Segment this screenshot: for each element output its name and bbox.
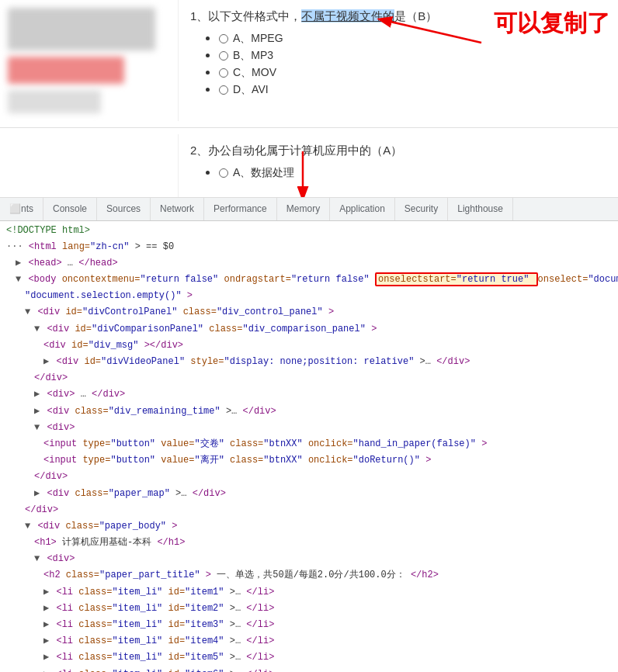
tab-security-label: Security (404, 203, 438, 214)
onselectstart-highlight: onselectstart="return true" (375, 272, 538, 286)
div-video-line: ▶ <div id="divVideoPanel" style="display… (0, 354, 618, 370)
tab-memory[interactable]: Memory (277, 198, 330, 220)
choice-a: A、MPEG (206, 32, 606, 46)
div-open-2-line: ▼ <div> (0, 551, 618, 567)
doctype-line: <!DOCTYPE html> (0, 223, 618, 239)
question-2-block: 2、办公自动化属于计算机应用中的（A） A、数据处理 (190, 142, 606, 180)
bullet-icon (206, 54, 210, 57)
div-control-line: ▼ <div id="divControlPanel" class="div_c… (0, 304, 618, 320)
h1-line: <h1> 计算机应用基础-本科 </h1> (0, 535, 618, 551)
body-open-line: ▼ <body oncontextmenu="return false" ond… (0, 272, 618, 288)
question-1-block: 1、以下文件格式中，不属于视频文件的是（B） A、MPEG B、MP3 (190, 8, 606, 97)
tab-elements[interactable]: ⬜ nts (0, 198, 43, 220)
doctype-text: <!DOCTYPE html> (6, 225, 90, 236)
blurred-image-2 (8, 57, 124, 84)
question-1-text: 1、以下文件格式中，不属于视频文件的是（B） (190, 8, 606, 26)
blurred-image-3 (8, 90, 101, 113)
h2-line: <h2 class="paper_part_title" > 一、单选，共50题… (0, 567, 618, 584)
radio-b (219, 51, 228, 61)
close-div-2: </div> (0, 469, 618, 485)
right-column: 1、以下文件格式中，不属于视频文件的是（B） A、MPEG B、MP3 (179, 0, 618, 121)
tab-elements-label: nts (21, 203, 33, 214)
bullet-icon (206, 71, 210, 74)
tab-lighthouse-label: Lighthouse (457, 203, 503, 214)
tab-network[interactable]: Network (151, 198, 204, 220)
div-msg-line: <div id="div_msg" ></div> (0, 338, 618, 354)
li-item-1: ▶ <li class="item_li" id="item1" >… </li… (0, 584, 618, 601)
tab-performance[interactable]: Performance (204, 198, 277, 220)
li-item-2: ▶ <li class="item_li" id="item2" >… </li… (0, 601, 618, 617)
head-line: ▶ <head> … </head> (0, 255, 618, 272)
top-section: 1、以下文件格式中，不属于视频文件的是（B） A、MPEG B、MP3 (0, 0, 618, 198)
input-likai-line: <input type="button" value="离开" class="b… (0, 452, 618, 469)
left-column-2 (0, 134, 179, 197)
div-paper-map-line: ▶ <div class="paper_map" >… </div> (0, 486, 618, 502)
body-attr2-line: "document.selection.empty()" > (0, 288, 618, 304)
question-divider (0, 127, 618, 128)
bullet-icon (206, 36, 210, 40)
left-column (0, 0, 179, 121)
tab-elements-icon: ⬜ (9, 203, 21, 214)
li-item-5: ▶ <li class="item_li" id="item5" >… </li… (0, 649, 618, 666)
question-2-text: 2、办公自动化属于计算机应用中的（A） (190, 142, 606, 160)
radio-2-a (219, 168, 228, 178)
tab-network-label: Network (160, 203, 194, 214)
tab-application-label: Application (339, 203, 385, 214)
bullet-icon (206, 88, 210, 92)
input-jiaojuan-line: <input type="button" value="交卷" class="b… (0, 436, 618, 452)
choice-d: D、AVI (206, 83, 606, 97)
li-item-4: ▶ <li class="item_li" id="item4" >… </li… (0, 633, 618, 649)
bullet-icon-2 (206, 171, 210, 175)
li-item-6: ▶ <li class="item_li" id="item6" >… </li… (0, 667, 618, 672)
content-row-2: 2、办公自动化属于计算机应用中的（A） A、数据处理 (0, 134, 618, 197)
html-line: ··· <html lang="zh-cn" > == $0 (0, 239, 618, 255)
close-div-3: </div> (0, 502, 618, 518)
tab-memory-label: Memory (286, 203, 320, 214)
radio-a (219, 34, 228, 43)
right-column-2: 2、办公自动化属于计算机应用中的（A） A、数据处理 (179, 134, 618, 197)
tab-console[interactable]: Console (43, 198, 97, 220)
div-open-line: ▼ <div> (0, 420, 618, 436)
choice-c: C、MOV (206, 66, 606, 80)
div-comparison-line: ▼ <div id="divComparisonPanel" class="di… (0, 321, 618, 338)
devtools-panel: <!DOCTYPE html> ··· <html lang="zh-cn" >… (0, 221, 618, 673)
tab-sources-label: Sources (106, 203, 141, 214)
tab-console-label: Console (53, 203, 87, 214)
tab-security[interactable]: Security (395, 198, 448, 220)
content-row: 1、以下文件格式中，不属于视频文件的是（B） A、MPEG B、MP3 (0, 0, 618, 121)
choice-b: B、MP3 (206, 49, 606, 63)
tab-sources[interactable]: Sources (97, 198, 151, 220)
choice-2-a: A、数据处理 (206, 166, 606, 180)
div-remaining-line: ▶ <div class="div_remaining_time" >… </d… (0, 404, 618, 420)
radio-d (219, 85, 228, 95)
question-2-choices: A、数据处理 (206, 166, 606, 180)
div-dots-1: ▶ <div> … </div> (0, 386, 618, 403)
tab-lighthouse[interactable]: Lighthouse (448, 198, 513, 220)
radio-c (219, 68, 228, 78)
question-1-highlight: 不属于视频文件的 (301, 9, 394, 23)
question-1-choices: A、MPEG B、MP3 C、MOV D (206, 32, 606, 97)
tab-application[interactable]: Application (330, 198, 395, 220)
tab-performance-label: Performance (214, 203, 267, 214)
li-item-3: ▶ <li class="item_li" id="item3" >… </li… (0, 617, 618, 633)
blurred-image-1 (8, 8, 155, 50)
close-div-1: </div> (0, 370, 618, 386)
devtools-tabs-bar: ⬜ nts Console Sources Network Performanc… (0, 198, 618, 221)
div-paper-body-line: ▼ <div class="paper_body" > (0, 518, 618, 535)
